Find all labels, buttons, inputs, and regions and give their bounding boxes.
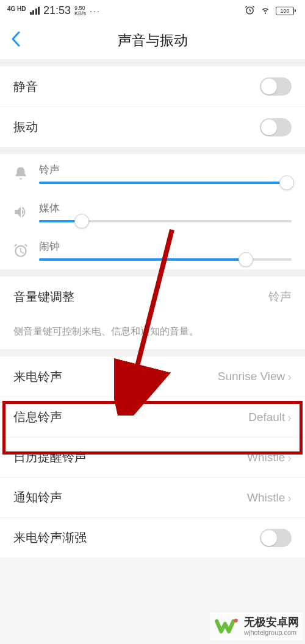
media-slider-label: 媒体 — [39, 201, 292, 215]
notification-ringtone-row[interactable]: 通知铃声 Whistle› — [0, 477, 305, 517]
ringtone-slider-row: 铃声 — [0, 154, 305, 193]
chevron-right-icon: › — [287, 492, 292, 504]
alarm-slider[interactable] — [39, 258, 292, 261]
mute-toggle[interactable] — [260, 77, 292, 96]
volume-sliders: 铃声 媒体 闹钟 — [0, 154, 305, 269]
slider-fill — [39, 182, 287, 184]
calendar-ringtone-row[interactable]: 日历提醒铃声 Whistle› — [0, 437, 305, 477]
wifi-icon — [260, 4, 271, 17]
vibrate-row[interactable]: 振动 — [0, 107, 305, 147]
notification-ringtone-value: Whistle — [247, 491, 285, 504]
bell-icon — [11, 166, 30, 182]
status-time: 21:53 — [43, 4, 71, 17]
calendar-ringtone-label: 日历提醒铃声 — [13, 449, 87, 465]
watermark-url: wjhotelgroup.com — [244, 629, 299, 636]
volume-key-value: 铃声 — [268, 289, 292, 305]
incoming-ringtone-row[interactable]: 来电铃声 Sunrise View› — [0, 356, 305, 397]
network-label: 4G HD — [7, 6, 26, 12]
watermark: 无极安卓网 wjhotelgroup.com — [210, 612, 303, 640]
vibrate-toggle[interactable] — [260, 118, 292, 136]
ringtone-slider-label: 铃声 — [39, 163, 292, 177]
page-title: 声音与振动 — [0, 31, 305, 50]
incoming-ringtone-value: Sunrise View — [218, 370, 285, 383]
watermark-logo-icon — [214, 614, 239, 639]
message-ringtone-label: 信息铃声 — [13, 409, 62, 425]
status-bar: 4G HD 21:53 9.50KB/s ··· 100 — [0, 0, 305, 21]
slider-thumb[interactable] — [279, 175, 294, 190]
more-icon: ··· — [90, 6, 101, 16]
clock-icon — [11, 242, 30, 258]
incoming-ringtone-label: 来电铃声 — [13, 369, 62, 385]
mute-label: 静音 — [13, 79, 38, 95]
media-slider-row: 媒体 — [0, 193, 305, 231]
slider-thumb[interactable] — [239, 252, 253, 267]
vibrate-label: 振动 — [13, 119, 38, 135]
slider-fill — [39, 258, 246, 261]
alarm-slider-row: 闹钟 — [0, 231, 305, 269]
crescendo-toggle[interactable] — [260, 529, 292, 547]
notification-ringtone-label: 通知铃声 — [13, 489, 62, 506]
volume-key-desc: 侧音量键可控制来电、信息和通知的音量。 — [0, 317, 305, 349]
watermark-title: 无极安卓网 — [244, 617, 299, 629]
net-speed: 9.50KB/s — [74, 5, 86, 16]
chevron-right-icon: › — [287, 451, 292, 464]
ringtone-slider[interactable] — [39, 182, 292, 184]
alarm-icon — [245, 5, 255, 17]
volume-key-label: 音量键调整 — [13, 289, 74, 305]
crescendo-row[interactable]: 来电铃声渐强 — [0, 517, 305, 557]
message-ringtone-row[interactable]: 信息铃声 Default› — [0, 397, 305, 437]
crescendo-label: 来电铃声渐强 — [13, 529, 87, 546]
back-button[interactable] — [11, 31, 21, 50]
page-header: 声音与振动 — [0, 21, 305, 59]
volume-key-row[interactable]: 音量键调整 铃声 — [0, 277, 305, 317]
chevron-right-icon: › — [287, 411, 292, 423]
svg-point-3 — [234, 618, 238, 622]
calendar-ringtone-value: Whistle — [247, 451, 285, 464]
signal-icon — [30, 7, 40, 15]
speaker-icon — [11, 204, 30, 220]
alarm-slider-label: 闹钟 — [39, 239, 292, 253]
battery-icon: 100 — [276, 7, 294, 15]
mute-row[interactable]: 静音 — [0, 66, 305, 107]
message-ringtone-value: Default — [248, 411, 285, 424]
slider-thumb[interactable] — [74, 214, 89, 228]
media-slider[interactable] — [39, 220, 292, 222]
chevron-right-icon: › — [287, 370, 292, 383]
